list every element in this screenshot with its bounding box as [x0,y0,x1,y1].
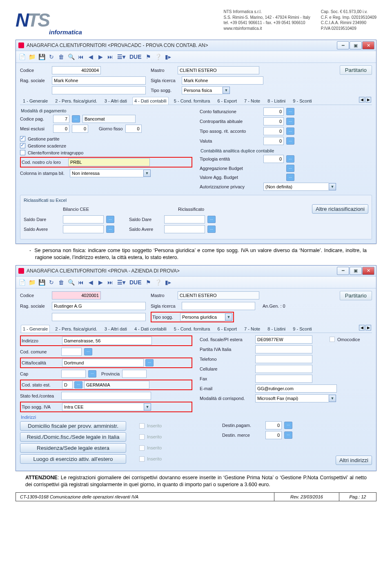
chevron-down-icon[interactable]: ▼ [225,313,232,321]
lookup-icon[interactable]: ⋯ [106,226,114,233]
lookup-icon[interactable]: ⋯ [286,165,294,172]
tiposoggiva-select[interactable] [62,403,144,411]
ragsoc2-input[interactable] [52,313,146,321]
nav-next-icon[interactable]: ▶ [96,52,105,61]
lookup-icon[interactable]: ⋯ [284,422,292,429]
lookup-icon[interactable]: ⋯ [84,348,92,355]
omocodice-checkbox[interactable] [330,337,335,342]
lookup-icon[interactable]: ⋯ [286,174,294,181]
new-icon[interactable]: 📄 [18,278,27,287]
codpag-input[interactable] [53,115,69,123]
nav-last-icon[interactable]: ⏭ [106,278,115,287]
tab-altridati[interactable]: 3 - Altri dati [102,325,129,333]
delete-icon[interactable]: 🗑 [57,52,66,61]
gfisso-input[interactable] [125,125,142,133]
tab-note[interactable]: 7 - Note [242,325,262,333]
close-button[interactable]: ✕ [362,41,374,49]
saldodare-bilcee-input[interactable] [63,215,104,223]
refresh-icon[interactable]: ↻ [47,52,56,61]
telefono-input[interactable] [255,355,312,363]
ragsoc-input[interactable] [52,302,146,310]
flag-icon[interactable]: ⚑ [144,278,153,287]
save-icon[interactable]: 💾 [37,52,46,61]
fax-input[interactable] [255,375,312,383]
sigla-input[interactable] [182,76,263,85]
chevron-down-icon[interactable]: ▼ [144,403,151,411]
provincia-input[interactable] [122,370,147,378]
help-icon[interactable]: ❔ [154,278,163,287]
minimize-button[interactable]: ━ [337,41,349,49]
cap-input[interactable] [61,370,86,378]
altri-indirizzi-button[interactable]: Altri indirizzi [336,456,372,465]
domfisc-button[interactable]: Domicilio fiscale per provv. amministr. [20,421,126,431]
colstampa-select[interactable] [70,169,143,177]
tiposogg-select[interactable] [180,313,225,321]
tab-listini[interactable]: 8 - Listini [265,325,287,333]
help-icon[interactable]: ❔ [154,52,163,61]
lookup-icon[interactable]: ⋯ [286,108,294,115]
nav-prev-icon[interactable]: ◀ [86,278,95,287]
tab-condfornitura[interactable]: 5 - Cond. fornitura [172,97,212,105]
lookup-icon[interactable]: ⋯ [286,118,294,125]
altre-riclass-button[interactable]: Altre riclassificazioni [312,204,368,214]
lookup-icon[interactable]: ⋯ [286,137,294,145]
exit-icon[interactable]: ▮▸ [164,278,173,287]
folder-icon[interactable]: 📁 [27,52,36,61]
due-button[interactable]: DUE [128,278,143,287]
residitalia-button[interactable]: Resid./Domic.fisc./Sede legale in Italia [20,432,126,442]
delete-icon[interactable]: 🗑 [57,278,66,287]
mesi1-input[interactable] [53,125,69,133]
chevron-down-icon[interactable]: ▼ [329,183,336,190]
exit-icon[interactable]: ▮▸ [164,52,173,61]
close-button[interactable]: ✕ [362,267,374,275]
cellulare-input[interactable] [255,365,312,373]
lookup-icon[interactable]: ⋯ [284,431,292,439]
contrab-input[interactable] [263,117,284,125]
tab-altridati[interactable]: 3 - Altri dati [102,97,129,105]
indirizzo-input[interactable] [62,337,152,345]
folder-icon[interactable]: 📁 [27,278,36,287]
nav-first-icon[interactable]: ⏮ [76,278,85,287]
tab-scroll-left[interactable]: ◀ [359,97,365,103]
destmerce-input[interactable] [265,431,282,439]
lookup-icon[interactable]: ⋯ [88,370,96,378]
search-icon[interactable]: 🔍 [67,52,76,61]
new-icon[interactable]: 📄 [18,52,27,61]
codice-input[interactable] [52,66,101,74]
lookup-icon[interactable]: ⋯ [207,216,216,223]
nav-next-icon[interactable]: ▶ [96,278,105,287]
ragsoc2-input[interactable] [52,86,146,94]
tab-generale[interactable]: 1 - Generale [21,97,50,105]
saldodare-ricl-input[interactable] [164,215,205,223]
nav-last-icon[interactable]: ⏭ [106,52,115,61]
tab-daticontabili[interactable]: 4 - Dati contabili [132,97,169,105]
tipoassog-input[interactable] [263,127,284,135]
valuta-input[interactable] [263,137,284,145]
saldoavere-bilcee-input[interactable] [63,225,104,233]
autpriv-select[interactable] [263,183,329,191]
minimize-button[interactable]: ━ [337,267,349,275]
refresh-icon[interactable]: ↻ [47,278,56,287]
tipent-input[interactable] [263,155,284,163]
tab-scroll-left[interactable]: ◀ [359,325,365,331]
email-input[interactable] [255,384,337,393]
tab-persfisica[interactable]: 2 - Pers. fisica/giurid. [53,325,99,333]
tab-condfornitura[interactable]: 5 - Cond. fornitura [172,325,212,333]
nav-first-icon[interactable]: ⏮ [76,52,85,61]
nav-prev-icon[interactable]: ◀ [86,52,95,61]
lookup-icon[interactable]: ⋯ [145,359,154,366]
gestione-scadenze-checkbox[interactable] [20,143,25,148]
tab-persfisica[interactable]: 2 - Pers. fisica/giurid. [53,97,99,105]
tab-export[interactable]: 6 - Export [215,325,239,333]
ragsoc-input[interactable] [52,76,146,85]
tab-generale[interactable]: 1 - Generale [21,325,50,333]
statoest-code-input[interactable] [62,381,73,389]
sigla-input[interactable] [182,302,255,310]
flag-icon[interactable]: ⚑ [144,52,153,61]
tab-scroll-right[interactable]: ▶ [365,325,371,331]
tab-export[interactable]: 6 - Export [215,97,239,105]
tab-daticontabili[interactable]: 4 - Dati contabili [132,325,169,333]
search-icon[interactable]: 🔍 [67,278,76,287]
save-icon[interactable]: 💾 [37,278,46,287]
chevron-down-icon[interactable]: ▼ [329,395,336,402]
